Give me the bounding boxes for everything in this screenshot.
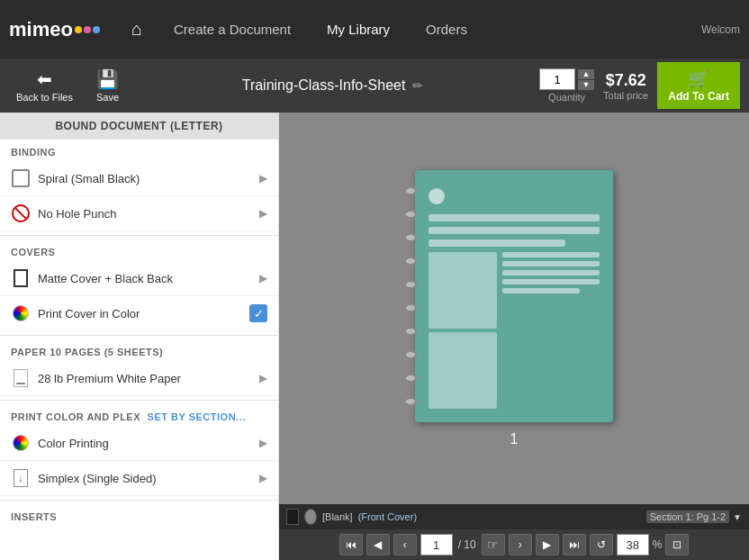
spiral-binding-option[interactable]: Spiral (Small Black) ▶ bbox=[0, 161, 278, 196]
document-preview bbox=[415, 170, 613, 422]
front-cover-label: (Front Cover) bbox=[358, 511, 417, 522]
step-back-button[interactable]: ‹ bbox=[393, 534, 417, 555]
simplex-text: Simplex (Single Sided) bbox=[38, 472, 252, 485]
toolbar: ⬅ Back to Files 💾 Save Training-Class-In… bbox=[0, 59, 749, 113]
coil-4 bbox=[404, 257, 417, 266]
spiral-binding-text: Spiral (Small Black) bbox=[38, 172, 252, 185]
no-hole-punch-arrow-icon: ▶ bbox=[259, 207, 267, 220]
coil-8 bbox=[404, 350, 417, 359]
page-input[interactable] bbox=[420, 534, 453, 555]
zoom-percent: % bbox=[653, 538, 663, 551]
total-price-label: Total price bbox=[603, 90, 648, 101]
matte-cover-arrow-icon: ▶ bbox=[259, 272, 267, 285]
price-area: $7.62 Total price bbox=[603, 71, 648, 101]
save-icon: 💾 bbox=[96, 68, 119, 90]
cursor-icon: ☞ bbox=[487, 537, 499, 552]
divider-3 bbox=[0, 400, 278, 401]
last-page-button[interactable]: ⏭ bbox=[563, 534, 586, 555]
doc-title: Training-Class-Info-Sheet bbox=[242, 77, 406, 94]
zoom-input[interactable] bbox=[617, 534, 649, 555]
quantity-input[interactable] bbox=[539, 68, 575, 90]
nb-block-2 bbox=[429, 332, 497, 409]
coil-10 bbox=[404, 397, 417, 406]
paper-option[interactable]: 28 lb Premium White Paper ▶ bbox=[0, 361, 278, 396]
paper-section-label: PAPER 10 PAGES (5 SHEETS) bbox=[0, 339, 278, 361]
divider-2 bbox=[0, 335, 278, 336]
cursor-mode-button[interactable]: ☞ bbox=[482, 534, 505, 555]
step-forward-button[interactable]: › bbox=[509, 534, 532, 555]
print-cover-color-check[interactable]: ✓ bbox=[249, 304, 267, 322]
home-button[interactable]: ⌂ bbox=[127, 14, 147, 44]
notebook-content bbox=[415, 170, 613, 422]
dot-blue bbox=[93, 26, 100, 33]
divider-1 bbox=[0, 235, 278, 236]
notebook-line-2 bbox=[429, 227, 600, 234]
back-icon: ⬅ bbox=[37, 68, 52, 90]
matte-cover-text: Matte Cover + Black Back bbox=[38, 272, 252, 285]
coil-7 bbox=[404, 327, 417, 336]
print-color-label: PRINT COLOR AND PLEX bbox=[11, 411, 140, 422]
sidebar-header: BOUND DOCUMENT (LETTER) bbox=[0, 113, 278, 140]
sidebar: BOUND DOCUMENT (LETTER) BINDING Spiral (… bbox=[0, 113, 279, 560]
section-badge: Section 1: Pg 1-2 bbox=[646, 510, 729, 523]
doc-title-area: Training-Class-Info-Sheet ✏ bbox=[135, 77, 530, 94]
color-printing-option[interactable]: Color Printing ▶ bbox=[0, 426, 278, 461]
coil-6 bbox=[404, 303, 417, 312]
simplex-arrow-icon: ▶ bbox=[259, 472, 267, 484]
spiral-binding-preview bbox=[404, 179, 415, 413]
nav-create-document[interactable]: Create a Document bbox=[165, 17, 300, 41]
section-chevron-icon[interactable]: ▼ bbox=[733, 512, 742, 522]
set-by-section-link[interactable]: SET BY SECTION... bbox=[148, 411, 246, 422]
quantity-stepper[interactable]: ▲ ▼ bbox=[578, 69, 594, 90]
notebook-line-3 bbox=[429, 239, 565, 247]
simplex-option[interactable]: Simplex (Single Sided) ▶ bbox=[0, 461, 278, 496]
welcome-text: Welcom bbox=[701, 23, 740, 36]
spiral-binding-icon bbox=[11, 168, 31, 188]
matte-cover-icon bbox=[11, 268, 31, 288]
coil-5 bbox=[404, 280, 417, 289]
paper-text: 28 lb Premium White Paper bbox=[38, 372, 252, 385]
print-cover-color-text: Print Cover in Color bbox=[38, 307, 242, 321]
total-price: $7.62 bbox=[606, 71, 646, 90]
no-hole-punch-icon bbox=[11, 203, 31, 223]
preview-area: 1 bbox=[279, 113, 749, 504]
dot-pink bbox=[84, 26, 91, 33]
no-hole-punch-text: No Hole Punch bbox=[38, 207, 252, 221]
covers-section-label: COVERS bbox=[0, 239, 278, 261]
paper-arrow-icon: ▶ bbox=[259, 372, 267, 384]
back-to-files-button[interactable]: ⬅ Back to Files bbox=[9, 65, 80, 106]
coil-9 bbox=[404, 374, 417, 383]
dot-yellow bbox=[75, 26, 82, 33]
print-cover-color-option[interactable]: Print Cover in Color ✓ bbox=[0, 296, 278, 331]
prev-page-button[interactable]: ◀ bbox=[366, 534, 390, 555]
logo-text: mimeo bbox=[9, 18, 73, 41]
first-page-button[interactable]: ⏮ bbox=[339, 534, 363, 555]
zoom-fit-button[interactable]: ⊡ bbox=[665, 534, 689, 555]
next-page-button[interactable]: ▶ bbox=[536, 534, 559, 555]
edit-title-icon[interactable]: ✏ bbox=[412, 78, 423, 93]
color-printing-text: Color Printing bbox=[38, 437, 252, 450]
logo-area: mimeo bbox=[9, 18, 100, 41]
save-button[interactable]: 💾 Save bbox=[89, 65, 126, 106]
add-to-cart-button[interactable]: 🛒 Add To Cart bbox=[657, 62, 740, 109]
divider-4 bbox=[0, 500, 278, 501]
quantity-up-button[interactable]: ▲ bbox=[578, 69, 594, 79]
top-nav: mimeo ⌂ Create a Document My Library Ord… bbox=[0, 0, 749, 59]
nav-my-library[interactable]: My Library bbox=[318, 17, 399, 41]
spiral-binding-arrow-icon: ▶ bbox=[259, 172, 267, 185]
quantity-label: Quantity bbox=[548, 92, 585, 103]
logo-dots bbox=[75, 26, 100, 33]
blank-label: [Blank] bbox=[322, 511, 353, 522]
nav-orders[interactable]: Orders bbox=[417, 17, 476, 41]
content-area: 1 [Blank] (Front Cover) Section 1: Pg 1-… bbox=[279, 113, 749, 560]
nb-r-line-3 bbox=[502, 270, 600, 275]
nb-r-line-2 bbox=[502, 261, 600, 266]
save-label: Save bbox=[96, 92, 119, 103]
quantity-down-button[interactable]: ▼ bbox=[578, 80, 594, 90]
no-hole-punch-option[interactable]: No Hole Punch ▶ bbox=[0, 196, 278, 231]
page-thumb-white bbox=[304, 509, 317, 525]
refresh-button[interactable]: ↺ bbox=[590, 534, 613, 555]
coil-3 bbox=[404, 233, 417, 242]
inserts-section-label: INSERTS bbox=[0, 504, 278, 526]
matte-cover-option[interactable]: Matte Cover + Black Back ▶ bbox=[0, 261, 278, 296]
